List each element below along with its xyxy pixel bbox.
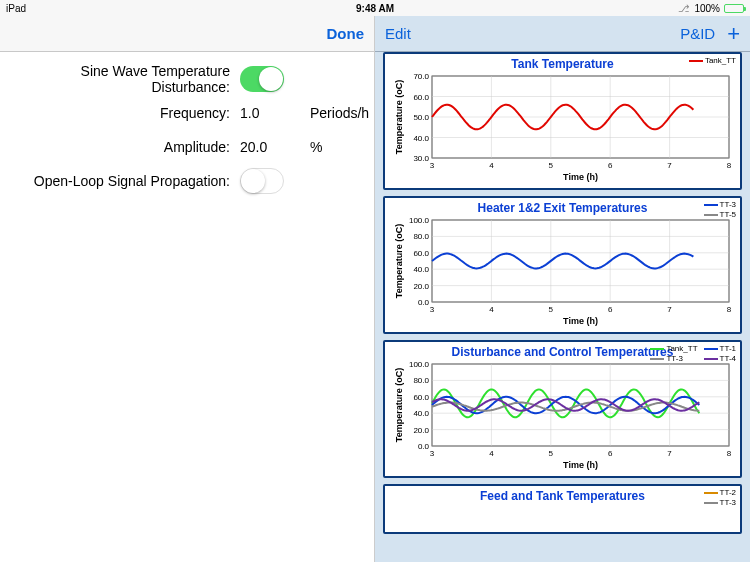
svg-text:100.0: 100.0 (409, 216, 430, 225)
chart-legend: Tank_TT (689, 56, 736, 66)
svg-text:8: 8 (727, 305, 732, 314)
svg-text:4: 4 (489, 449, 494, 458)
legend-label: TT-3 (666, 354, 682, 364)
svg-text:5: 5 (549, 449, 554, 458)
chart-card[interactable]: Feed and Tank TemperaturesTT-2TT-3 (383, 484, 742, 534)
svg-text:20.0: 20.0 (413, 426, 429, 435)
svg-text:20.0: 20.0 (413, 282, 429, 291)
svg-text:40.0: 40.0 (413, 409, 429, 418)
status-time: 9:48 AM (356, 3, 394, 14)
legend-label: TT-3 (720, 498, 736, 508)
svg-text:5: 5 (549, 161, 554, 170)
svg-text:60.0: 60.0 (413, 249, 429, 258)
svg-text:Time (h): Time (h) (563, 172, 598, 182)
svg-text:7: 7 (667, 449, 672, 458)
bluetooth-icon: ⎇ (678, 3, 690, 14)
chart-plot: 0.020.040.060.080.0100.0345678Time (h)Te… (389, 216, 736, 326)
svg-text:Temperature (oC): Temperature (oC) (394, 368, 404, 442)
legend-label: TT-3 (720, 200, 736, 210)
svg-text:80.0: 80.0 (413, 376, 429, 385)
legend-label: TT-4 (720, 354, 736, 364)
settings-pane: Done Sine Wave Temperature Disturbance: … (0, 16, 375, 562)
chart-plot: 30.040.050.060.070.0345678Time (h)Temper… (389, 72, 736, 182)
legend-label: Tank_TT (705, 56, 736, 66)
svg-text:50.0: 50.0 (413, 113, 429, 122)
chart-legend: TT-3TT-5 (704, 200, 736, 220)
svg-text:30.0: 30.0 (413, 154, 429, 163)
chart-plot (389, 504, 736, 526)
chart-title: Heater 1&2 Exit Temperatures (389, 200, 736, 216)
chart-title: Feed and Tank Temperatures (389, 488, 736, 504)
status-carrier: iPad (6, 3, 106, 14)
chart-legend: Tank_TTTT-1TT-3TT-4 (650, 344, 736, 364)
amplitude-unit: % (300, 139, 359, 155)
add-button[interactable]: + (727, 28, 740, 39)
frequency-label: Frequency: (15, 105, 240, 121)
svg-text:70.0: 70.0 (413, 72, 429, 81)
svg-text:7: 7 (667, 161, 672, 170)
settings-form: Sine Wave Temperature Disturbance: Frequ… (0, 52, 374, 198)
svg-text:0.0: 0.0 (418, 298, 430, 307)
chart-card[interactable]: Heater 1&2 Exit TemperaturesTT-3TT-50.02… (383, 196, 742, 334)
edit-button[interactable]: Edit (385, 25, 411, 42)
svg-text:60.0: 60.0 (413, 393, 429, 402)
chart-legend: TT-2TT-3 (704, 488, 736, 508)
svg-text:6: 6 (608, 449, 613, 458)
sine-disturbance-toggle[interactable] (240, 66, 284, 92)
svg-text:4: 4 (489, 305, 494, 314)
svg-text:6: 6 (608, 161, 613, 170)
frequency-unit: Periods/h (300, 105, 369, 121)
legend-label: TT-5 (720, 210, 736, 220)
legend-label: Tank_TT (666, 344, 697, 354)
amplitude-input[interactable] (240, 134, 300, 160)
sine-disturbance-label: Sine Wave Temperature Disturbance: (15, 63, 240, 95)
left-nav-bar: Done (0, 16, 374, 52)
battery-icon (724, 4, 744, 13)
status-bar: iPad 9:48 AM ⎇ 100% (0, 0, 750, 16)
svg-text:Time (h): Time (h) (563, 316, 598, 326)
svg-text:3: 3 (430, 161, 435, 170)
svg-text:40.0: 40.0 (413, 265, 429, 274)
chart-card[interactable]: Disturbance and Control TemperaturesTank… (383, 340, 742, 478)
svg-text:3: 3 (430, 449, 435, 458)
svg-text:3: 3 (430, 305, 435, 314)
charts-pane: Edit P&ID + Tank TemperatureTank_TT30.04… (375, 16, 750, 562)
done-button[interactable]: Done (327, 25, 365, 42)
svg-text:80.0: 80.0 (413, 232, 429, 241)
svg-text:6: 6 (608, 305, 613, 314)
status-battery-pct: 100% (694, 3, 720, 14)
chart-plot: 0.020.040.060.080.0100.0345678Time (h)Te… (389, 360, 736, 470)
pid-button[interactable]: P&ID (680, 25, 715, 42)
svg-text:Temperature (oC): Temperature (oC) (394, 80, 404, 154)
svg-text:Temperature (oC): Temperature (oC) (394, 224, 404, 298)
legend-label: TT-2 (720, 488, 736, 498)
chart-card[interactable]: Tank TemperatureTank_TT30.040.050.060.07… (383, 52, 742, 190)
frequency-input[interactable] (240, 100, 300, 126)
svg-text:100.0: 100.0 (409, 360, 430, 369)
chart-title: Tank Temperature (389, 56, 736, 72)
right-nav-bar: Edit P&ID + (375, 16, 750, 52)
amplitude-label: Amplitude: (15, 139, 240, 155)
open-loop-toggle[interactable] (240, 168, 284, 194)
open-loop-label: Open-Loop Signal Propagation: (15, 173, 240, 189)
svg-text:8: 8 (727, 161, 732, 170)
svg-text:8: 8 (727, 449, 732, 458)
legend-label: TT-1 (720, 344, 736, 354)
svg-text:5: 5 (549, 305, 554, 314)
svg-text:40.0: 40.0 (413, 134, 429, 143)
svg-text:7: 7 (667, 305, 672, 314)
svg-text:Time (h): Time (h) (563, 460, 598, 470)
svg-text:4: 4 (489, 161, 494, 170)
svg-text:0.0: 0.0 (418, 442, 430, 451)
charts-scroll[interactable]: Tank TemperatureTank_TT30.040.050.060.07… (375, 52, 750, 562)
svg-text:60.0: 60.0 (413, 93, 429, 102)
